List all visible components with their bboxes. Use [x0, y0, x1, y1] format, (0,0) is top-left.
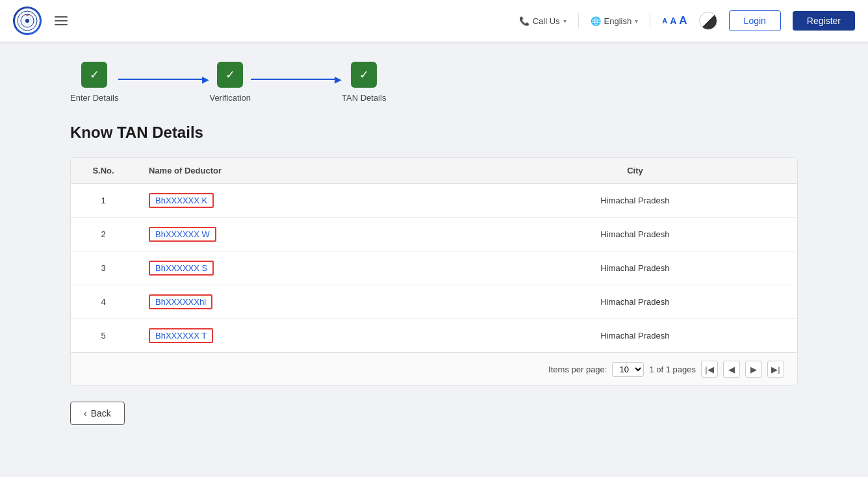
name-highlight-box: BhXXXXXX T [149, 328, 213, 343]
cell-name: BhXXXXXXhi [136, 285, 473, 319]
col-name: Name of Deductor [136, 158, 473, 184]
connector-line-2 [251, 79, 336, 80]
header-right: 📞 Call Us ▾ 🌐 English ▾ A A A Login Regi… [519, 10, 855, 31]
back-button[interactable]: ‹ Back [70, 402, 125, 425]
cell-sno: 2 [71, 218, 136, 251]
cell-sno: 1 [71, 184, 136, 218]
language-label: English [604, 16, 632, 26]
font-medium-button[interactable]: A [670, 16, 676, 26]
deductor-name-link[interactable]: BhXXXXXX S [155, 263, 207, 273]
connector-arrow-2: ▶ [335, 74, 342, 84]
deductor-name-link[interactable]: BhXXXXXX T [155, 331, 207, 341]
globe-icon: 🌐 [591, 16, 601, 26]
contrast-button[interactable] [699, 12, 717, 30]
cell-city: Himachal Pradesh [473, 184, 797, 218]
cell-name: BhXXXXXX S [136, 251, 473, 285]
cell-sno: 3 [71, 251, 136, 285]
header: ⊕ 📞 Call Us ▾ 🌐 English ▾ A A A Login Re… [0, 0, 868, 42]
cell-city: Himachal Pradesh [473, 218, 797, 251]
cell-city: Himachal Pradesh [473, 251, 797, 285]
page-info: 1 of 1 pages [649, 365, 696, 374]
svg-text:⊕: ⊕ [26, 13, 29, 17]
prev-page-button[interactable]: ◀ [723, 361, 740, 378]
col-city: City [473, 158, 797, 184]
call-us-button[interactable]: 📞 Call Us ▾ [519, 16, 567, 26]
step-enter-details: ✓ Enter Details [70, 62, 118, 103]
table-body: 1BhXXXXXX KHimachal Pradesh2BhXXXXXX WHi… [71, 184, 797, 353]
phone-icon: 📞 [519, 16, 530, 26]
table-row: 4BhXXXXXXhiHimachal Pradesh [71, 285, 797, 319]
step-verification: ✓ Verification [209, 62, 251, 103]
table-card: S.No. Name of Deductor City 1BhXXXXXX KH… [70, 157, 798, 386]
step-1-check-icon: ✓ [90, 68, 99, 82]
connector-line-1 [118, 79, 203, 80]
table-row: 1BhXXXXXX KHimachal Pradesh [71, 184, 797, 218]
pagination: Items per page: 10 25 50 1 of 1 pages |◀… [71, 352, 797, 385]
step-3-check-icon: ✓ [359, 68, 369, 82]
cell-name: BhXXXXXX W [136, 218, 473, 251]
font-large-button[interactable]: A [679, 14, 687, 27]
back-label: Back [91, 408, 111, 419]
step-1-label: Enter Details [70, 93, 118, 103]
step-2-circle: ✓ [217, 62, 243, 88]
table-row: 5BhXXXXXX THimachal Pradesh [71, 319, 797, 353]
deductor-name-link[interactable]: BhXXXXXX W [155, 229, 210, 239]
cell-city: Himachal Pradesh [473, 285, 797, 319]
back-arrow-icon: ‹ [84, 408, 87, 419]
emblem-icon: ⊕ [17, 10, 38, 31]
connector-1: ▶ [118, 74, 209, 84]
name-highlight-box: BhXXXXXX S [149, 261, 214, 276]
step-1-circle: ✓ [81, 62, 107, 88]
step-3-label: TAN Details [342, 93, 386, 103]
divider-1 [578, 13, 579, 29]
step-2-label: Verification [209, 93, 251, 103]
lang-chevron-icon: ▾ [635, 18, 638, 25]
tan-table: S.No. Name of Deductor City 1BhXXXXXX KH… [71, 158, 797, 352]
name-highlight-box: BhXXXXXX K [149, 193, 214, 208]
step-3-circle: ✓ [351, 62, 377, 88]
deductor-name-link[interactable]: BhXXXXXXhi [155, 297, 206, 307]
logo-inner: ⊕ [15, 8, 40, 33]
logo: ⊕ [13, 6, 42, 35]
svg-point-2 [25, 19, 29, 23]
items-per-page-select[interactable]: 10 25 50 [612, 362, 644, 377]
connector-arrow-1: ▶ [202, 74, 209, 84]
step-2-check-icon: ✓ [225, 68, 235, 82]
font-controls: A A A [662, 14, 687, 27]
first-page-button[interactable]: |◀ [701, 361, 718, 378]
page-title: Know TAN Details [70, 123, 798, 142]
hamburger-menu[interactable] [52, 14, 70, 28]
col-sno: S.No. [71, 158, 136, 184]
main-content: ✓ Enter Details ▶ ✓ Verification ▶ ✓ TAN… [44, 42, 824, 445]
divider-2 [650, 13, 650, 29]
register-button[interactable]: Register [793, 11, 855, 31]
language-selector[interactable]: 🌐 English ▾ [591, 16, 639, 26]
name-highlight-box: BhXXXXXX W [149, 227, 216, 242]
table-row: 3BhXXXXXX SHimachal Pradesh [71, 251, 797, 285]
step-tan-details: ✓ TAN Details [342, 62, 386, 103]
deductor-name-link[interactable]: BhXXXXXX K [155, 196, 207, 205]
font-small-button[interactable]: A [662, 17, 667, 25]
table-header-row: S.No. Name of Deductor City [71, 158, 797, 184]
next-page-button[interactable]: ▶ [745, 361, 762, 378]
cell-name: BhXXXXXX T [136, 319, 473, 353]
table-header: S.No. Name of Deductor City [71, 158, 797, 184]
cell-sno: 4 [71, 285, 136, 319]
name-highlight-box: BhXXXXXXhi [149, 294, 212, 309]
login-button[interactable]: Login [729, 10, 781, 31]
table-row: 2BhXXXXXX WHimachal Pradesh [71, 218, 797, 251]
header-left: ⊕ [13, 6, 70, 35]
last-page-button[interactable]: ▶| [767, 361, 784, 378]
cell-name: BhXXXXXX K [136, 184, 473, 218]
call-chevron-icon: ▾ [563, 18, 567, 25]
cell-city: Himachal Pradesh [473, 319, 797, 353]
items-per-page-label: Items per page: [548, 365, 607, 374]
stepper: ✓ Enter Details ▶ ✓ Verification ▶ ✓ TAN… [70, 62, 798, 103]
cell-sno: 5 [71, 319, 136, 353]
call-us-label: Call Us [533, 16, 560, 26]
connector-2: ▶ [251, 74, 342, 84]
